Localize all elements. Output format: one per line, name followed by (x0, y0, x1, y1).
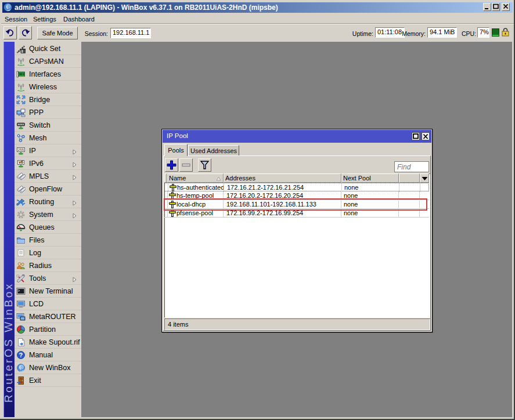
svg-text:255: 255 (18, 147, 24, 151)
svg-text:v6: v6 (19, 160, 23, 164)
svg-text:?: ? (19, 352, 23, 359)
